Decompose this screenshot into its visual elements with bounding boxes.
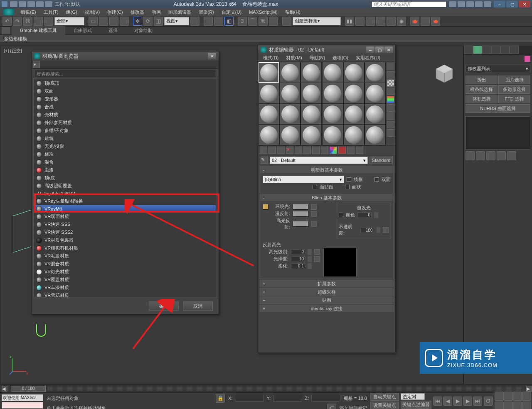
sample-slot[interactable] xyxy=(280,125,300,145)
mod-btn-3[interactable]: 多边形选择 xyxy=(498,85,530,94)
menu-help[interactable]: 帮助(H) xyxy=(282,8,304,16)
me-reset-icon[interactable]: ✕ xyxy=(286,147,293,154)
autokey-button[interactable]: 自动关键点 xyxy=(370,393,399,401)
me-options-icon[interactable] xyxy=(387,113,394,120)
me-minimize-icon[interactable]: – xyxy=(366,47,374,53)
me-preview-icon[interactable] xyxy=(387,104,394,112)
manip-icon[interactable] xyxy=(204,17,213,26)
play-end-icon[interactable]: ⏭ xyxy=(473,397,482,406)
sample-slot[interactable] xyxy=(301,62,321,83)
sample-slot[interactable] xyxy=(365,125,385,145)
app-menu-icon[interactable] xyxy=(3,9,14,15)
nav-orbit-icon[interactable] xyxy=(495,402,504,409)
nav-zoomall-icon[interactable] xyxy=(522,392,531,401)
infocenter[interactable] xyxy=(449,1,491,7)
select-region-icon[interactable] xyxy=(109,17,118,26)
move-icon[interactable]: ✥ xyxy=(133,17,142,26)
rollout-shader-basic[interactable]: -明暗器基本参数 xyxy=(260,167,393,173)
me-menu-util[interactable]: 实用程序(U) xyxy=(352,54,384,61)
shader-dropdown[interactable]: (B)Blinn▾ xyxy=(263,176,344,183)
unlink-icon[interactable] xyxy=(34,17,43,26)
window-close-icon[interactable]: ✕ xyxy=(519,1,530,7)
rollout-extended[interactable]: +扩展参数 xyxy=(260,280,393,287)
snap-3-icon[interactable]: 3 xyxy=(238,17,247,26)
curve-editor-icon[interactable] xyxy=(376,17,385,26)
panel-create-icon[interactable] xyxy=(464,46,473,54)
sample-slot[interactable] xyxy=(344,125,364,145)
main-toolbar[interactable]: ↶ ↷ ⛓ 全部 ▾ ▭ ✥ ⟳ ◫ 视图 ▾ ◧ 3 ⌒ % 创建选择集 ▾ … xyxy=(0,16,532,27)
cb-faceted[interactable] xyxy=(345,185,350,189)
menubar[interactable]: 编辑(E) 工具(T) 组(G) 视图(V) 创建(C) 修改器 动画 图形编辑… xyxy=(0,8,532,16)
cb-two-sided[interactable] xyxy=(374,177,379,182)
keyboard-icon[interactable] xyxy=(214,17,223,26)
menu-anim[interactable]: 动画 xyxy=(148,8,164,16)
sample-slot[interactable] xyxy=(365,83,385,103)
spinner-arrows-icon[interactable] xyxy=(308,249,312,255)
material-editor-icon[interactable]: ◉ xyxy=(397,17,406,26)
coord-y-input[interactable] xyxy=(273,395,302,402)
ribbon-tab-freeform[interactable]: 自由形式 xyxy=(65,26,100,35)
redo-icon[interactable]: ↷ xyxy=(13,17,22,26)
me-uv-tile-icon[interactable] xyxy=(387,88,394,95)
spec-level-map-button[interactable] xyxy=(314,249,320,255)
sample-slot[interactable] xyxy=(344,104,364,124)
ribbon-panel-polymodel[interactable]: 多边形建模 xyxy=(0,35,532,42)
nav-fov-icon[interactable] xyxy=(513,392,522,401)
me-copy-icon[interactable] xyxy=(295,147,302,154)
me-matid-icon[interactable] xyxy=(321,147,328,154)
sample-slot[interactable] xyxy=(280,104,300,124)
browser-search-input[interactable]: 按名称搜索… xyxy=(34,70,216,77)
cb-wire[interactable] xyxy=(347,177,351,182)
ic-help-icon[interactable] xyxy=(484,1,491,7)
timeline-next-icon[interactable]: ▶ xyxy=(526,386,532,392)
cb-facemap[interactable] xyxy=(313,185,317,189)
material-type-button[interactable]: Standard xyxy=(369,157,393,164)
command-panel[interactable]: 修改器列表▾ 拆出 面片选择 样条线选择 多边形选择 体积选择 FFD 选择 N… xyxy=(463,46,532,384)
panel-modify-icon[interactable] xyxy=(473,46,482,54)
menu-maxscript[interactable]: MAXScript(M) xyxy=(246,9,281,15)
diffuse-map-button[interactable] xyxy=(311,211,317,217)
mat-group-vray[interactable]: - V-Ray Adv 2.30.01 xyxy=(34,190,216,197)
time-slider-thumb[interactable]: 0 / 100 xyxy=(11,386,46,392)
sample-slot[interactable] xyxy=(323,62,343,83)
workspace-label[interactable]: 工作台: 默认 xyxy=(55,1,80,7)
nav-walk-icon[interactable] xyxy=(513,402,522,409)
ok-button[interactable]: 确定 xyxy=(149,301,179,311)
me-assign-icon[interactable] xyxy=(277,147,285,154)
mod-btn-0[interactable]: 拆出 xyxy=(466,76,498,84)
object-color-swatch[interactable] xyxy=(525,56,530,62)
select-icon[interactable]: ▭ xyxy=(89,17,98,26)
ambient-swatch[interactable] xyxy=(293,204,308,210)
sample-slot[interactable] xyxy=(259,104,279,124)
play-icon[interactable]: ▶ xyxy=(453,397,462,406)
stack-unique-icon[interactable] xyxy=(486,151,495,160)
gloss-map-button[interactable] xyxy=(314,256,320,262)
select-name-icon[interactable] xyxy=(99,17,108,26)
mod-btn-6[interactable]: NURBS 曲面选择 xyxy=(466,104,530,113)
named-sel-icon[interactable] xyxy=(282,17,291,26)
nav-maximize-icon[interactable] xyxy=(522,402,531,409)
cb-selfillum-color[interactable] xyxy=(339,213,343,217)
qa-redo-icon[interactable] xyxy=(45,1,52,7)
panel-utility-icon[interactable] xyxy=(510,46,519,54)
me-go-parent-icon[interactable] xyxy=(347,147,355,154)
browser-options-icon[interactable]: ▾ xyxy=(33,61,40,68)
sample-slots[interactable] xyxy=(258,62,386,145)
nav-zoom-icon[interactable] xyxy=(504,392,513,401)
mod-btn-2[interactable]: 样条线选择 xyxy=(466,85,498,94)
sample-slot[interactable] xyxy=(259,62,279,83)
snap-icon[interactable]: ◧ xyxy=(224,17,234,26)
render-frame-icon[interactable] xyxy=(421,17,430,26)
sample-slot[interactable] xyxy=(280,83,300,103)
render-icon[interactable]: 🫖 xyxy=(431,17,440,26)
panel-motion-icon[interactable] xyxy=(491,46,500,54)
specular-swatch[interactable] xyxy=(293,221,308,227)
me-video-check-icon[interactable] xyxy=(387,96,394,103)
scale-icon[interactable]: ◫ xyxy=(154,17,163,26)
window-minimize-icon[interactable]: – xyxy=(494,1,505,7)
me-maximize-icon[interactable]: ▢ xyxy=(375,47,384,53)
ribbon-tab-objpaint[interactable]: 对象绘制 xyxy=(126,26,161,35)
maxscript-mini-input[interactable] xyxy=(2,402,43,409)
schematic-icon[interactable] xyxy=(387,17,396,26)
browser-list[interactable]: 顶/底顶 双面 变形器 合成 壳材质 外部参照材质 多维/子对象 建筑 无光/投… xyxy=(33,78,217,297)
